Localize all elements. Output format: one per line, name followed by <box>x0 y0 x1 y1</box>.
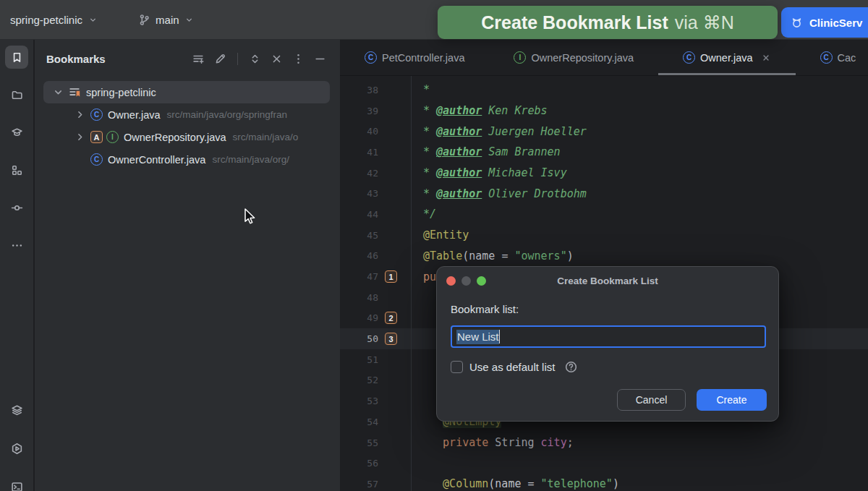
tool-window-button-more-horizontal[interactable] <box>5 234 28 257</box>
code-line-39[interactable]: 39* @author Ken Krebs <box>340 101 868 121</box>
checkbox-label: Use as default list <box>469 361 555 373</box>
line-number: 42 <box>340 168 378 179</box>
tool-window-button-commit[interactable] <box>5 196 28 219</box>
modules-icon <box>11 164 23 176</box>
code-line-38[interactable]: 38* <box>340 80 868 101</box>
file-path: src/main/java/org/ <box>212 154 289 165</box>
line-number: 54 <box>340 417 378 427</box>
terminal-icon <box>11 481 23 491</box>
code-line-45[interactable]: 45@Entity <box>340 225 868 246</box>
code-line-43[interactable]: 43* @author Oliver Drotbohm <box>340 183 868 204</box>
line-number: 41 <box>340 147 378 158</box>
class-icon: C <box>90 108 103 121</box>
bookmarks-panel-header: Bookmarks <box>35 40 340 77</box>
code-line-41[interactable]: 41* @author Sam Brannen <box>340 142 868 163</box>
hide-panel-icon <box>314 53 326 65</box>
bookmark-mnemonic-gutter[interactable]: 1 <box>385 270 397 283</box>
tool-window-button-bookmark[interactable] <box>5 46 28 69</box>
line-number: 44 <box>340 209 378 220</box>
bookmark-mnemonic-gutter[interactable]: 2 <box>385 312 397 324</box>
tool-window-stripe <box>0 40 34 491</box>
cancel-button[interactable]: Cancel <box>617 389 686 411</box>
tool-window-button-modules[interactable] <box>5 158 28 182</box>
more-horizontal-icon <box>11 239 23 252</box>
code-line-40[interactable]: 40* @author Juergen Hoeller <box>340 121 868 142</box>
shortcut-banner: Create Bookmark List via ⌘N <box>438 6 778 39</box>
dialog-title: Create Bookmark List <box>437 276 778 286</box>
more-vertical-button[interactable] <box>292 53 305 65</box>
tree-item-ownerrepository-java[interactable]: AIOwnerRepository.javasrc/main/java/o <box>43 126 330 148</box>
code-line-57[interactable]: 57 @Column(name = "telephone") <box>340 474 868 491</box>
more-vertical-icon <box>292 53 305 65</box>
zoom-window-button[interactable] <box>477 276 486 286</box>
close-window-button[interactable] <box>446 276 456 286</box>
tab-petcontroller-java[interactable]: CPetController.java <box>340 40 489 75</box>
toolbar-separator <box>237 53 238 65</box>
code-line-46[interactable]: 46@Table(name = "owners") <box>340 246 868 267</box>
collapse-all-icon <box>271 53 283 65</box>
line-number: 49 <box>340 312 378 323</box>
bookmark-mnemonic: A <box>90 131 103 143</box>
tool-window-button-folder[interactable] <box>5 83 28 106</box>
line-number: 45 <box>340 230 378 241</box>
minimize-window-button[interactable] <box>461 276 471 286</box>
dialog-titlebar: Create Bookmark List <box>437 267 778 294</box>
collapse-all-button[interactable] <box>271 53 283 65</box>
class-icon: C <box>820 51 833 64</box>
tree-item-ownercontroller-java[interactable]: COwnerController.javasrc/main/java/org/ <box>43 148 330 171</box>
tool-window-button-layers[interactable] <box>5 398 28 422</box>
line-number: 38 <box>340 85 378 95</box>
ide-window: spring-petclinic main Bookmarks spring-p… <box>0 0 868 491</box>
tool-window-button-run-hexagon[interactable] <box>5 437 28 460</box>
project-switcher[interactable]: spring-petclinic <box>10 14 98 26</box>
code-line-44[interactable]: 44*/ <box>340 204 868 225</box>
line-number: 46 <box>340 250 378 261</box>
close-tab-icon[interactable] <box>761 53 771 63</box>
class-icon: C <box>683 51 695 64</box>
line-number: 52 <box>340 375 378 385</box>
bookmark-mnemonic-gutter[interactable]: 3 <box>385 333 397 345</box>
project-name: spring-petclinic <box>10 14 82 26</box>
commit-icon <box>11 202 23 214</box>
input-selected-text: New List <box>456 330 499 344</box>
code-line-55[interactable]: 55 private String city; <box>340 432 868 453</box>
tool-window-button-graduation-cap[interactable] <box>5 121 28 144</box>
run-configuration-label: ClinicServ <box>809 17 862 29</box>
run-hexagon-icon <box>11 443 23 455</box>
vcs-branch-widget[interactable]: main <box>138 14 194 26</box>
code-line-56[interactable]: 56 <box>340 453 868 474</box>
tree-item-spring-petclinic[interactable]: spring-petclinic <box>43 81 330 103</box>
run-configuration-button[interactable]: ClinicServ <box>781 7 868 38</box>
layers-icon <box>11 404 23 417</box>
chevron-right-icon[interactable] <box>74 108 86 121</box>
class-icon: C <box>365 51 377 64</box>
text-caret <box>499 330 501 343</box>
class-icon: C <box>90 153 103 166</box>
add-list-button[interactable] <box>192 53 205 65</box>
chevron-right-icon[interactable] <box>74 131 86 143</box>
editor-area: CPetController.javaIOwnerRepository.java… <box>340 40 868 491</box>
edit-pencil-button[interactable] <box>214 53 226 65</box>
tree-item-owner-java[interactable]: COwner.javasrc/main/java/org/springfran <box>43 103 330 126</box>
tab-cac[interactable]: CCac <box>796 40 868 75</box>
expand-all-button[interactable] <box>249 53 261 65</box>
chevron-down-icon <box>184 15 194 25</box>
tab-ownerrepository-java[interactable]: IOwnerRepository.java <box>489 40 658 75</box>
use-as-default-checkbox[interactable] <box>451 361 463 373</box>
default-list-option-row: Use as default list <box>451 360 578 374</box>
create-button[interactable]: Create <box>697 389 767 411</box>
git-branch-icon <box>138 14 150 26</box>
line-number: 57 <box>340 479 378 490</box>
help-icon[interactable] <box>564 360 578 374</box>
code-line-42[interactable]: 42* @author Michael Isvy <box>340 163 868 184</box>
tab-owner-java[interactable]: COwner.java <box>658 40 796 75</box>
tool-window-button-terminal[interactable] <box>5 475 28 491</box>
mouse-cursor <box>243 208 258 226</box>
line-number: 50 <box>340 333 378 344</box>
branch-name: main <box>156 14 179 26</box>
hide-panel-button[interactable] <box>314 53 326 65</box>
chevron-down-icon[interactable] <box>52 86 64 98</box>
bookmark-list-input[interactable]: New List <box>451 325 766 348</box>
line-number: 39 <box>340 106 378 116</box>
bookmark-list-field-label: Bookmark list: <box>451 303 765 315</box>
